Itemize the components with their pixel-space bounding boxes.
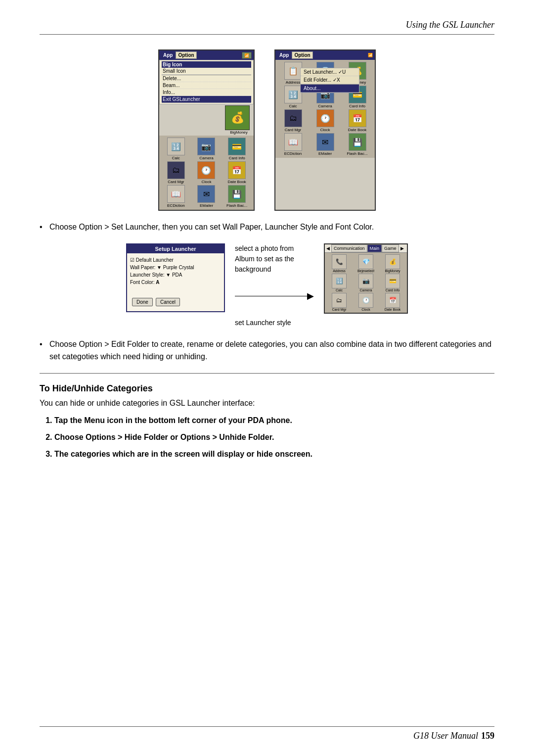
top-bar-icons-right: 📶	[368, 53, 373, 57]
right-tab-option: Option	[292, 51, 312, 59]
left-menu-area: Big Icon Small Icon Delete... Beam... In…	[159, 60, 254, 104]
icon-cardmgr: 🗂 Card Mgr	[161, 161, 191, 184]
icon-calc: 🔢 Calc	[161, 138, 191, 160]
tab-arrow-left: ◀	[325, 245, 331, 252]
small-cardmgr-label: Card Mgr	[332, 308, 346, 311]
header-title: Using the GSL Launcher	[406, 20, 494, 30]
icon-ecdiction: 📖 ECDiction	[161, 185, 191, 208]
setup-panel-body: ☑ Default Launcher Wall Paper: ▼ Purple …	[127, 253, 224, 311]
small-icon-clock: 🕐 Clock	[353, 293, 379, 311]
left-big-icon-area: 💰 BigMoney	[159, 104, 254, 136]
cardinfo-label: Card Info	[229, 156, 245, 160]
page-header: Using the GSL Launcher	[40, 20, 494, 35]
icon-camera: 📷 Camera	[192, 138, 222, 160]
step-3: The categories which are in the screen w…	[54, 448, 494, 460]
camera-label-r: Camera	[318, 104, 332, 108]
small-bigmoney-box: 💰	[385, 254, 400, 269]
icon-flashbac-r: 💾 Flash Bac...	[342, 133, 373, 156]
setup-item-3: Font Color: A	[130, 279, 221, 286]
footer-title: G18 User Manual	[413, 731, 478, 741]
opt-set-launcher: Set Launcher... ✓U	[301, 68, 359, 76]
left-screen-body: Big Icon Small Icon Delete... Beam... In…	[159, 60, 254, 210]
small-icon-cardinfo: 💳 Card Info	[380, 274, 405, 292]
section-intro: You can hide or unhide categories in GSL…	[40, 399, 494, 408]
right-small-phone: ◀ Communication Main Game ▶ 📞 Address 💎 …	[324, 243, 408, 314]
datebook-icon-box-r: 📅	[349, 109, 366, 127]
footer-page: 159	[481, 731, 494, 741]
ecdiction-icon-box: 📖	[167, 185, 185, 203]
cancel-button[interactable]: Cancel	[156, 298, 180, 306]
small-icon-calc: 🔢 Calc	[326, 274, 352, 292]
arrow-container: ▶	[235, 289, 314, 303]
cardmgr-icon-box-r: 🗂	[284, 109, 302, 127]
right-tab-app: App	[277, 52, 291, 58]
step-2: Choose Options > Hide Folder or Options …	[54, 431, 494, 443]
ecdiction-label: ECDiction	[167, 203, 185, 208]
setup-item-1: Wall Paper: ▼ Purple Crystal	[130, 264, 221, 271]
tab-game: Game	[382, 244, 399, 252]
bullet1-text: Choose Option > Set Launcher, then you c…	[40, 221, 494, 234]
clock-icon-box-r: 🕐	[316, 109, 334, 127]
left-tab-option: Option	[176, 51, 196, 59]
opt-edit-folder: Edit Folder... ✓X	[301, 76, 359, 84]
datebook-label: Date Book	[227, 180, 246, 184]
small-bigmoney-label: BigMoney	[385, 269, 400, 273]
datebook-icon-box: 📅	[228, 161, 246, 179]
datebook-label-r: Date Book	[348, 128, 366, 132]
ecdiction-label-r: ECDiction	[284, 151, 302, 156]
emailer-icon-box: ✉	[197, 185, 215, 203]
flashbac-label: Flash Bac...	[226, 203, 247, 208]
icon-clock: 🕐 Clock	[192, 161, 222, 184]
small-camera-box: 📷	[358, 274, 373, 288]
bigmoney-icon-area: 💰 BigMoney	[224, 104, 254, 136]
bullet2-text: Choose Option > Edit Folder to create, r…	[40, 338, 494, 363]
small-icons-grid: 📞 Address 💎 Bejeweled! 💰 BigMoney 🔢 Calc…	[325, 253, 407, 313]
small-calc-label: Calc	[336, 288, 343, 292]
right-option-menu: Set Launcher... ✓U Edit Folder... ✓X Abo…	[300, 68, 359, 93]
small-icon-datebook: 📅 Date Book	[380, 293, 405, 311]
flashbac-icon-box-r: 💾	[349, 133, 366, 151]
screenshots-row: App Option 📶 Big Icon Small Icon Delete.…	[40, 49, 494, 211]
cardmgr-icon-box: 🗂	[167, 161, 185, 179]
small-camera-label: Camera	[360, 288, 372, 292]
right-top-bar: App Option 📶	[275, 50, 375, 60]
left-tab-app: App	[161, 52, 175, 58]
calc-icon-box-r: 🔢	[284, 86, 302, 103]
bullet-section-1: Choose Option > Set Launcher, then you c…	[40, 221, 494, 234]
menu-item-big-icon: Big Icon	[162, 61, 251, 68]
cardinfo-label-r: Card Info	[349, 104, 365, 108]
setup-buttons: Done Cancel	[130, 296, 221, 308]
small-icon-bejeweled: 💎 Bejeweled!	[353, 254, 379, 273]
done-button[interactable]: Done	[132, 298, 153, 306]
cardmgr-label: Card Mgr	[168, 180, 184, 184]
arrow-line	[235, 296, 307, 296]
menu-item-exit: Exit GSLauncher	[162, 96, 251, 103]
icon-flashbac: 💾 Flash Bac...	[222, 185, 252, 208]
step-1: Tap the Menu icon in the bottom left cor…	[54, 415, 494, 426]
icon-ecdiction-r: 📖 ECDiction	[277, 133, 309, 156]
annotation-bottom: set Launcher style	[235, 318, 314, 328]
setup-panel: Setup Launcher ☑ Default Launcher Wall P…	[126, 243, 225, 312]
small-icon-address: 📞 Address	[326, 254, 352, 273]
bullet-section-2: Choose Option > Edit Folder to create, r…	[40, 338, 494, 363]
page-container: Using the GSL Launcher App Option 📶 Big …	[0, 0, 534, 756]
small-icon-cardmgr: 🗂 Card Mgr	[326, 293, 352, 311]
icon-datebook: 📅 Date Book	[222, 161, 252, 184]
page-footer: G18 User Manual 159	[40, 726, 494, 741]
small-address-box: 📞	[332, 254, 347, 269]
small-icon-camera: 📷 Camera	[353, 274, 379, 292]
small-address-label: Address	[333, 269, 346, 273]
section-heading: To Hide/Unhide Categories	[40, 383, 494, 394]
small-clock-box: 🕐	[358, 293, 373, 308]
small-icon-bigmoney: 💰 BigMoney	[380, 254, 405, 273]
calc-icon-box: 🔢	[167, 138, 185, 155]
right-phone-screen: App Option 📶 Set Launcher... ✓U Edit Fol…	[274, 49, 376, 211]
menu-item-info: Info...	[162, 89, 251, 96]
icon-cardinfo: 💳 Card Info	[222, 138, 252, 160]
setup-row: Setup Launcher ☑ Default Launcher Wall P…	[40, 243, 494, 328]
small-cardinfo-label: Card Info	[386, 288, 400, 292]
clock-label: Clock	[201, 180, 211, 184]
clock-label-r: Clock	[320, 128, 330, 132]
setup-panel-title: Setup Launcher	[127, 244, 224, 253]
tab-main: Main	[367, 244, 382, 252]
